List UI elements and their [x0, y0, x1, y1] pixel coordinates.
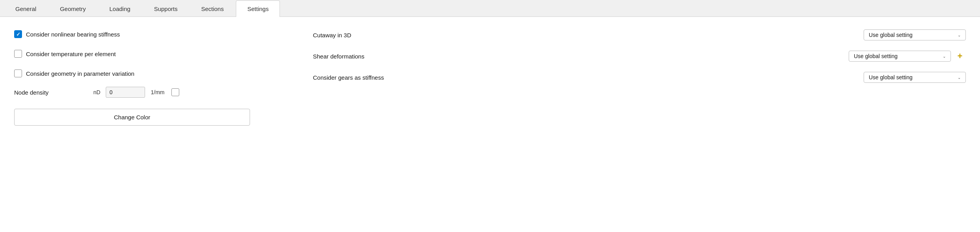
dropdown-arrow-gears: ⌄: [958, 75, 961, 80]
temperature-per-element-row: Consider temperature per element: [14, 47, 289, 60]
node-density-input[interactable]: [106, 87, 145, 98]
right-row-shear: Shear deformationsUse global setting⌄+: [313, 49, 966, 63]
right-column: Cutaway in 3DUse global setting⌄Shear de…: [289, 28, 966, 221]
dropdown-arrow-shear: ⌄: [943, 54, 946, 58]
geometry-parameter-label: Consider geometry in parameter variation: [26, 70, 134, 77]
geometry-parameter-checkbox[interactable]: [14, 69, 22, 77]
node-density-unit-prefix: nD: [94, 89, 101, 95]
right-controls-cutaway: Use global setting⌄: [864, 29, 966, 40]
nonlinear-bearing-row: Consider nonlinear bearing stiffness: [14, 28, 289, 40]
tab-supports[interactable]: Supports: [143, 0, 189, 17]
tab-settings[interactable]: Settings: [236, 0, 280, 17]
right-label-gears: Consider gears as stiffness: [313, 74, 399, 81]
node-density-unit-suffix: 1/mm: [151, 89, 164, 95]
tab-geometry[interactable]: Geometry: [48, 0, 97, 17]
right-controls-gears: Use global setting⌄: [864, 72, 966, 83]
right-row-gears: Consider gears as stiffnessUse global se…: [313, 70, 966, 84]
dropdown-value-shear: Use global setting: [854, 53, 897, 59]
geometry-parameter-row: Consider geometry in parameter variation: [14, 67, 289, 80]
plus-button-shear[interactable]: +: [954, 50, 966, 62]
dropdown-arrow-cutaway: ⌄: [958, 33, 961, 37]
node-density-row: Node density nD 1/mm: [14, 87, 289, 98]
right-label-cutaway: Cutaway in 3D: [313, 32, 399, 38]
change-color-button[interactable]: Change Color: [14, 109, 250, 126]
app-container: GeneralGeometryLoadingSupportsSectionsSe…: [0, 0, 980, 232]
main-content: Consider nonlinear bearing stiffness Con…: [0, 17, 980, 232]
tab-general[interactable]: General: [4, 0, 48, 17]
tab-bar: GeneralGeometryLoadingSupportsSectionsSe…: [0, 0, 980, 17]
settings-columns: Consider nonlinear bearing stiffness Con…: [14, 28, 966, 221]
dropdown-shear[interactable]: Use global setting⌄: [849, 51, 951, 62]
left-column: Consider nonlinear bearing stiffness Con…: [14, 28, 289, 221]
nonlinear-bearing-label: Consider nonlinear bearing stiffness: [26, 31, 120, 38]
dropdown-gears[interactable]: Use global setting⌄: [864, 72, 966, 83]
node-density-label: Node density: [14, 89, 49, 96]
tab-loading[interactable]: Loading: [98, 0, 142, 17]
temperature-per-element-checkbox[interactable]: [14, 50, 22, 58]
right-controls-shear: Use global setting⌄+: [849, 50, 966, 62]
temperature-per-element-label: Consider temperature per element: [26, 51, 116, 57]
dropdown-value-cutaway: Use global setting: [869, 32, 912, 38]
dropdown-value-gears: Use global setting: [869, 74, 912, 80]
right-label-shear: Shear deformations: [313, 53, 399, 60]
dropdown-cutaway[interactable]: Use global setting⌄: [864, 29, 966, 40]
node-density-checkbox[interactable]: [171, 88, 179, 96]
nonlinear-bearing-checkbox[interactable]: [14, 30, 22, 38]
temperature-per-element-wrapper: Consider temperature per element: [14, 50, 116, 58]
tab-sections[interactable]: Sections: [190, 0, 235, 17]
right-row-cutaway: Cutaway in 3DUse global setting⌄: [313, 28, 966, 42]
geometry-parameter-wrapper: Consider geometry in parameter variation: [14, 69, 134, 77]
nonlinear-bearing-checkbox-wrapper: Consider nonlinear bearing stiffness: [14, 30, 120, 38]
